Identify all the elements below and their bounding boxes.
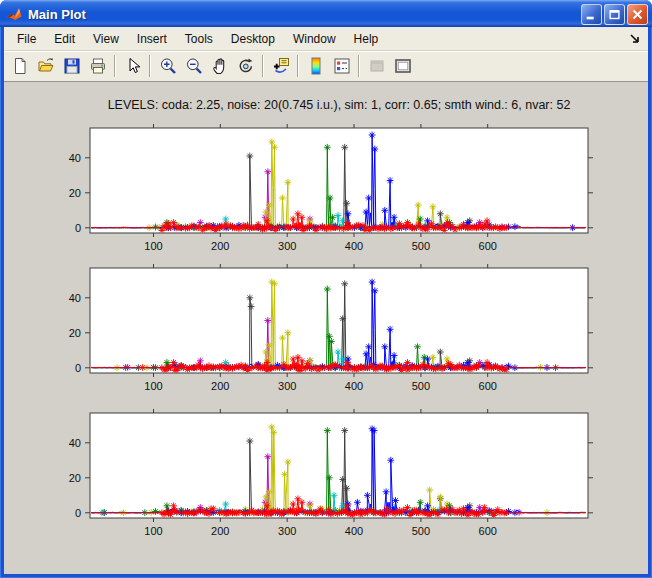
svg-text:40: 40 (69, 292, 81, 304)
menu-item-view[interactable]: View (84, 29, 128, 49)
legend-icon (333, 57, 351, 75)
data-cursor-icon (272, 57, 290, 75)
hide-plot-tools-button[interactable] (364, 54, 389, 78)
svg-text:200: 200 (211, 380, 229, 392)
svg-text:500: 500 (412, 525, 430, 537)
menu-item-insert[interactable]: Insert (128, 29, 176, 49)
open-folder-icon (37, 57, 55, 75)
zoom-out-button[interactable] (181, 54, 206, 78)
figure-canvas: LEVELS: coda: 2.25, noise: 20(0.745 i.u.… (4, 82, 648, 574)
new-document-icon (11, 57, 29, 75)
minimize-icon (584, 7, 599, 22)
pan-button[interactable] (207, 54, 232, 78)
toolbar-separator (297, 55, 299, 77)
insert-legend-button[interactable] (329, 54, 354, 78)
svg-text:100: 100 (144, 240, 162, 252)
menubar-items: FileEditViewInsertToolsDesktopWindowHelp (8, 29, 387, 49)
minimize-button[interactable] (581, 4, 602, 25)
save-figure-button[interactable] (59, 54, 84, 78)
svg-text:20: 20 (69, 327, 81, 339)
menubar: FileEditViewInsertToolsDesktopWindowHelp (4, 27, 648, 51)
toolbar-separator (358, 55, 360, 77)
maximize-button[interactable] (604, 4, 625, 25)
save-icon (63, 57, 81, 75)
svg-text:400: 400 (345, 525, 363, 537)
toolbar-separator (114, 55, 116, 77)
svg-text:20: 20 (69, 187, 81, 199)
menu-item-help[interactable]: Help (345, 29, 388, 49)
print-icon (89, 57, 107, 75)
window-controls (581, 4, 648, 25)
close-button[interactable] (627, 4, 648, 25)
toolbar-separator (262, 55, 264, 77)
svg-text:40: 40 (69, 152, 81, 164)
menu-item-window[interactable]: Window (284, 29, 345, 49)
maximize-icon (607, 7, 622, 22)
insert-colorbar-button[interactable] (303, 54, 328, 78)
rotate-3d-button[interactable] (233, 54, 258, 78)
colorbar-icon (307, 57, 325, 75)
svg-text:100: 100 (144, 525, 162, 537)
open-file-button[interactable] (33, 54, 58, 78)
window: Main Plot FileEditViewInsertToolsDesktop… (0, 0, 652, 578)
matlab-app-icon (6, 6, 23, 23)
hide-plot-tools-icon (368, 57, 386, 75)
menu-item-file[interactable]: File (8, 29, 45, 49)
plot-title: LEVELS: coda: 2.25, noise: 20(0.745 i.u.… (4, 98, 648, 112)
zoom-in-button[interactable] (155, 54, 180, 78)
svg-text:600: 600 (479, 240, 497, 252)
svg-text:400: 400 (345, 240, 363, 252)
svg-text:500: 500 (412, 240, 430, 252)
svg-text:300: 300 (278, 525, 296, 537)
svg-text:300: 300 (278, 380, 296, 392)
pointer-arrow-icon (124, 57, 142, 75)
svg-text:20: 20 (69, 472, 81, 484)
window-title: Main Plot (28, 7, 576, 22)
svg-text:300: 300 (278, 240, 296, 252)
svg-text:100: 100 (144, 380, 162, 392)
subplot-3[interactable]: 10020030040050060002040 (4, 407, 648, 547)
svg-text:400: 400 (345, 380, 363, 392)
svg-text:40: 40 (69, 437, 81, 449)
rotate-3d-icon (237, 57, 255, 75)
new-figure-button[interactable] (7, 54, 32, 78)
svg-text:0: 0 (75, 507, 81, 519)
menu-item-edit[interactable]: Edit (45, 29, 84, 49)
subplot-1[interactable]: 10020030040050060002040 (4, 122, 648, 262)
menubar-dock-arrow-icon[interactable] (629, 33, 641, 45)
svg-text:200: 200 (211, 240, 229, 252)
zoom-in-icon (159, 57, 177, 75)
show-plot-tools-icon (394, 57, 412, 75)
data-cursor-button[interactable] (268, 54, 293, 78)
subplot-2[interactable]: 10020030040050060002040 (4, 262, 648, 402)
edit-plot-button[interactable] (120, 54, 145, 78)
show-plot-tools-button[interactable] (390, 54, 415, 78)
hand-icon (211, 57, 229, 75)
close-icon (630, 7, 645, 22)
toolbar (4, 51, 648, 82)
svg-text:200: 200 (211, 525, 229, 537)
svg-text:0: 0 (75, 362, 81, 374)
menu-item-desktop[interactable]: Desktop (222, 29, 284, 49)
menu-item-tools[interactable]: Tools (176, 29, 222, 49)
svg-text:0: 0 (75, 222, 81, 234)
svg-text:500: 500 (412, 380, 430, 392)
svg-text:600: 600 (479, 525, 497, 537)
toolbar-separator (149, 55, 151, 77)
svg-text:600: 600 (479, 380, 497, 392)
titlebar[interactable]: Main Plot (0, 0, 652, 27)
zoom-out-icon (185, 57, 203, 75)
print-figure-button[interactable] (85, 54, 110, 78)
